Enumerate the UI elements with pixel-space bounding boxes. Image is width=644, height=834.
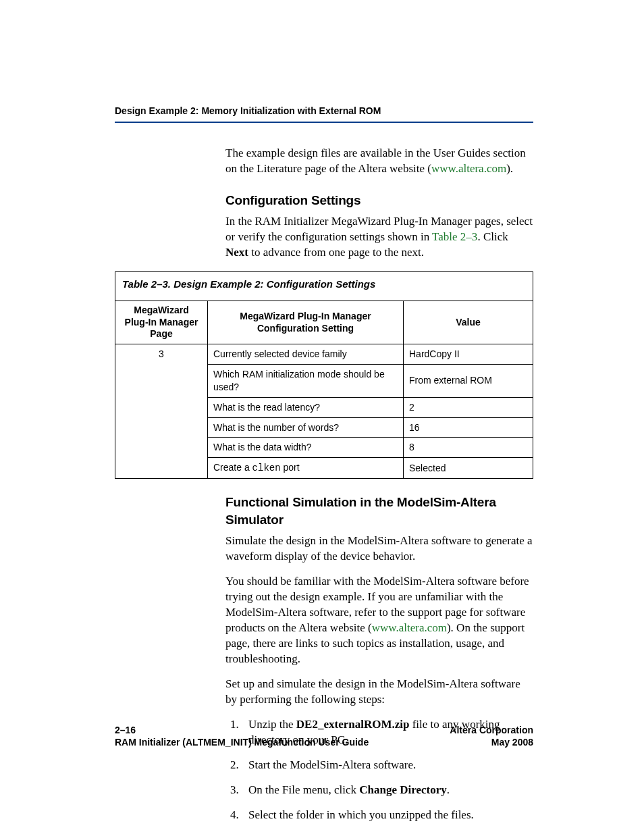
- altera-link[interactable]: www.altera.com: [431, 162, 506, 175]
- cell-setting-post: port: [281, 462, 300, 473]
- next-label: Next: [225, 246, 248, 259]
- list-item: On the File menu, click Change Directory…: [242, 783, 533, 798]
- cell-value: 8: [404, 438, 533, 458]
- step-text: On the File menu, click: [248, 783, 359, 796]
- sim-p1: Simulate the design in the ModelSim-Alte…: [225, 533, 533, 565]
- intro-paragraph: The example design files are available i…: [225, 146, 533, 177]
- cell-setting-pre: Create a: [213, 462, 252, 473]
- cell-setting: What is the number of words?: [208, 417, 404, 438]
- running-header: Design Example 2: Memory Initialization …: [115, 105, 533, 123]
- config-text-b: . Click: [477, 230, 508, 243]
- table-caption: Table 2–3. Design Example 2: Configurati…: [115, 271, 533, 301]
- config-text-c: to advance from one page to the next.: [248, 246, 424, 259]
- col-header-setting: MegaWizard Plug-In Manager Configuration…: [208, 301, 404, 344]
- step-text: Select the folder in which you unzipped …: [248, 808, 474, 821]
- cell-value: From external ROM: [404, 364, 533, 397]
- cell-value: 16: [404, 417, 533, 438]
- table-xref[interactable]: Table 2–3: [432, 230, 477, 243]
- cell-setting: Which RAM initialization mode should be …: [208, 364, 404, 397]
- footer-guide-title: RAM Initializer (ALTMEM_INIT) Megafuncti…: [115, 737, 369, 748]
- page-footer: 2–16 RAM Initializer (ALTMEM_INIT) Megaf…: [115, 724, 533, 748]
- cell-setting: Currently selected device family: [208, 344, 404, 364]
- list-item: Select the folder in which you unzipped …: [242, 808, 533, 823]
- sim-block: Functional Simulation in the ModelSim-Al…: [225, 494, 533, 834]
- cell-value: Selected: [404, 458, 533, 479]
- config-paragraph: In the RAM Initializer MegaWizard Plug-I…: [225, 214, 533, 261]
- step-text: Start the ModelSim-Altera software.: [248, 758, 416, 771]
- col-header-value: Value: [404, 301, 533, 344]
- cell-setting: Create a clken port: [208, 458, 404, 479]
- table-header-row: MegaWizard Plug-In Manager Page MegaWiza…: [115, 301, 533, 344]
- col-header-page: MegaWizard Plug-In Manager Page: [115, 301, 208, 344]
- footer-left: 2–16 RAM Initializer (ALTMEM_INIT) Megaf…: [115, 724, 369, 748]
- cell-setting: What is the data width?: [208, 438, 404, 458]
- cell-setting-code: clken: [252, 463, 281, 473]
- config-heading: Configuration Settings: [225, 192, 533, 209]
- footer-page-number: 2–16: [115, 725, 136, 735]
- step-bold: Change Directory: [359, 783, 447, 796]
- cell-page: 3: [115, 344, 208, 478]
- cell-value: 2: [404, 397, 533, 417]
- sim-heading: Functional Simulation in the ModelSim-Al…: [225, 494, 533, 528]
- intro-text-b: ).: [506, 162, 513, 175]
- footer-date: May 2008: [491, 737, 533, 748]
- intro-block: The example design files are available i…: [225, 146, 533, 261]
- footer-right: Altera Corporation May 2008: [450, 724, 533, 748]
- table-row: 3 Currently selected device family HardC…: [115, 344, 533, 364]
- cell-value: HardCopy II: [404, 344, 533, 364]
- footer-company: Altera Corporation: [450, 725, 533, 735]
- sim-p3: Set up and simulate the design in the Mo…: [225, 677, 533, 708]
- cell-setting: What is the read latency?: [208, 397, 404, 417]
- altera-link[interactable]: www.altera.com: [372, 621, 447, 634]
- config-table: Table 2–3. Design Example 2: Configurati…: [115, 271, 533, 479]
- sim-p2: You should be familiar with the ModelSim…: [225, 574, 533, 667]
- list-item: Start the ModelSim-Altera software.: [242, 758, 533, 773]
- step-text: .: [447, 783, 450, 796]
